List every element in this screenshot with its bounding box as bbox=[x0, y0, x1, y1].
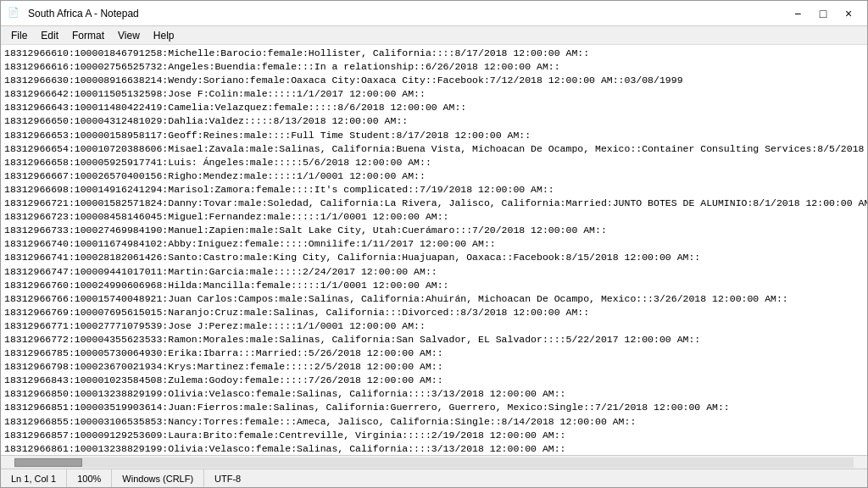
status-bar: Ln 1, Col 1 100% Windows (CRLF) UTF-8 bbox=[1, 469, 867, 487]
app-icon: 📄 bbox=[8, 7, 21, 20]
close-button[interactable]: × bbox=[837, 5, 860, 22]
title-bar-left: 📄 South Africa A - Notepad bbox=[8, 7, 139, 20]
title-bar: 📄 South Africa A - Notepad − □ × bbox=[1, 1, 867, 26]
text-editor[interactable]: 18312966610:100001846791258:Michelle:Bar… bbox=[1, 45, 867, 455]
window-controls: − □ × bbox=[786, 5, 860, 22]
scroll-thumb[interactable] bbox=[14, 458, 82, 467]
minimize-button[interactable]: − bbox=[786, 5, 810, 22]
scroll-track[interactable] bbox=[14, 458, 854, 468]
notepad-window: 📄 South Africa A - Notepad − □ × File Ed… bbox=[0, 0, 868, 488]
menu-help[interactable]: Help bbox=[147, 28, 181, 43]
line-ending: Windows (CRLF) bbox=[112, 469, 204, 487]
encoding: UTF-8 bbox=[204, 469, 251, 487]
cursor-position: Ln 1, Col 1 bbox=[8, 469, 67, 487]
horizontal-scrollbar[interactable] bbox=[1, 455, 867, 469]
menu-view[interactable]: View bbox=[111, 28, 147, 43]
menu-format[interactable]: Format bbox=[65, 28, 111, 43]
window-title: South Africa A - Notepad bbox=[28, 8, 139, 19]
maximize-button[interactable]: □ bbox=[811, 5, 835, 22]
menu-edit[interactable]: Edit bbox=[34, 28, 65, 43]
menu-bar: File Edit Format View Help bbox=[1, 26, 867, 45]
zoom-level: 100% bbox=[67, 469, 112, 487]
menu-file[interactable]: File bbox=[4, 28, 34, 43]
